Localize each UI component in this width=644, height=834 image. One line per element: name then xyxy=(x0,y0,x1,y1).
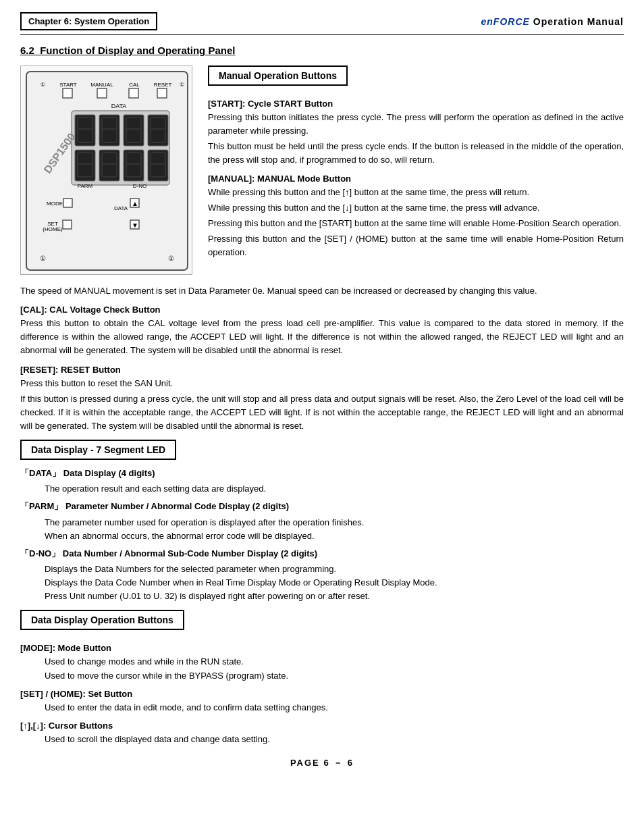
data-4digit-heading: 「DATA」 Data Display (4 digits) xyxy=(20,467,624,480)
svg-text:CAL: CAL xyxy=(129,82,140,88)
dno-section: 「D-NO」 Data Number / Abnormal Sub-Code N… xyxy=(20,547,624,604)
svg-text:①: ① xyxy=(40,255,46,262)
brand-manual: enFORCE Operation Manual xyxy=(481,16,624,27)
manual-buttons-col: Manual Operation Buttons [START]: Cycle … xyxy=(208,66,624,275)
mode-p1: Used to change modes and while in the RU… xyxy=(45,655,624,669)
dno-p1: Displays the Data Numbers for the select… xyxy=(45,563,624,576)
manual-label: Operation Manual xyxy=(530,16,624,27)
data-display-op-heading: Data Display Operation Buttons xyxy=(20,610,184,630)
svg-text:MODE: MODE xyxy=(47,201,63,207)
start-p1: Pressing this button initiates the press… xyxy=(208,111,624,138)
svg-rect-10 xyxy=(157,88,167,98)
svg-rect-81 xyxy=(63,199,72,207)
dno-p2: Displays the Data Code Number when in Re… xyxy=(45,576,624,590)
svg-text:(HOME): (HOME) xyxy=(43,226,63,232)
panel-diagram: ① START MANUAL CAL RESET ① DATA xyxy=(20,66,192,275)
reset-section: [RESET]: RESET Button Press this button … xyxy=(20,365,624,434)
manual-p4: Pressing this button and the [SET] / (HO… xyxy=(208,232,624,259)
cursor-section: [↑],[↓]: Cursor Buttons Used to scroll t… xyxy=(20,721,624,746)
brand-name: enFORCE xyxy=(481,16,530,27)
manual-heading: [MANUAL]: MANUAL Mode Button xyxy=(208,174,624,184)
parm-p2: When an abnormal occurs, the abnormal er… xyxy=(45,529,624,543)
reset-heading: [RESET]: RESET Button xyxy=(20,365,624,375)
manual-p1: While pressing this button and the [↑] b… xyxy=(208,186,624,199)
manual-speed-text: The speed of MANUAL movement is set in D… xyxy=(20,284,624,298)
reset-p1: Press this button to reset the SAN Unit. xyxy=(20,377,624,390)
cal-heading: [CAL]: CAL Voltage Check Button xyxy=(20,305,624,315)
section-title: 6.2 Function of Display and Operating Pa… xyxy=(20,45,624,56)
svg-text:①: ① xyxy=(168,255,174,262)
panel-diagram-col: ① START MANUAL CAL RESET ① DATA xyxy=(20,66,196,275)
two-column-layout: ① START MANUAL CAL RESET ① DATA xyxy=(20,66,624,275)
manual-speed-section: The speed of MANUAL movement is set in D… xyxy=(20,284,624,298)
svg-text:▲: ▲ xyxy=(132,200,138,207)
page-header: Chapter 6: System Operation enFORCE Oper… xyxy=(20,12,624,35)
parm-section: 「PARM」 Parameter Number / Abnormal Code … xyxy=(20,500,624,542)
segment-led-heading: Data Display - 7 Segment LED xyxy=(20,440,176,460)
mode-p2: Used to move the cursor while in the BYP… xyxy=(45,669,624,683)
svg-rect-9 xyxy=(129,88,138,98)
parm-p1: The parameter number used for operation … xyxy=(45,516,624,529)
svg-text:D-NO: D-NO xyxy=(133,183,146,189)
segment-led-section: Data Display - 7 Segment LED 「DATA」 Data… xyxy=(20,440,624,603)
mode-section: [MODE]: Mode Button Used to change modes… xyxy=(20,643,624,682)
manual-p3: Pressing this button and the [START] but… xyxy=(208,217,624,230)
start-heading: [START]: Cycle START Button xyxy=(208,99,624,109)
mode-heading: [MODE]: Mode Button xyxy=(20,643,624,653)
svg-text:START: START xyxy=(59,82,77,88)
svg-text:▼: ▼ xyxy=(132,221,138,229)
manual-buttons-box-heading: Manual Operation Buttons xyxy=(208,66,348,86)
page-footer: PAGE 6 － 6 xyxy=(20,757,624,769)
svg-rect-8 xyxy=(97,88,107,98)
svg-rect-7 xyxy=(63,88,72,98)
cal-text: Press this button to obtain the CAL volt… xyxy=(20,317,624,357)
svg-text:PARM: PARM xyxy=(78,183,93,189)
svg-text:DATA: DATA xyxy=(111,103,127,109)
svg-text:MANUAL: MANUAL xyxy=(90,82,113,88)
chapter-label: Chapter 6: System Operation xyxy=(20,12,157,30)
cursor-heading: [↑],[↓]: Cursor Buttons xyxy=(20,721,624,731)
dno-heading: 「D-NO」 Data Number / Abnormal Sub-Code N… xyxy=(20,547,624,561)
parm-heading: 「PARM」 Parameter Number / Abnormal Code … xyxy=(20,500,624,513)
data-4digit-text: The operation result and each setting da… xyxy=(45,482,624,496)
set-heading: [SET] / (HOME): Set Button xyxy=(20,689,624,699)
set-text: Used to enter the data in edit mode, and… xyxy=(45,701,624,714)
svg-text:RESET: RESET xyxy=(154,82,172,88)
cursor-text: Used to scroll the displayed data and ch… xyxy=(45,733,624,746)
start-p2: This button must be held until the press… xyxy=(208,140,624,167)
cal-section: [CAL]: CAL Voltage Check Button Press th… xyxy=(20,305,624,357)
panel-svg: ① START MANUAL CAL RESET ① DATA xyxy=(21,66,192,275)
manual-p2: While pressing this button and the [↓] b… xyxy=(208,201,624,215)
dno-p3: Press Unit number (U.01 to U. 32) is dis… xyxy=(45,590,624,603)
reset-p2: If this button is pressed during a press… xyxy=(20,392,624,433)
svg-text:①: ① xyxy=(180,82,184,88)
svg-text:DATA: DATA xyxy=(114,205,128,211)
data-4digit-section: 「DATA」 Data Display (4 digits) The opera… xyxy=(20,467,624,496)
data-display-op-section: Data Display Operation Buttons [MODE]: M… xyxy=(20,610,624,746)
svg-text:①: ① xyxy=(41,82,45,88)
svg-rect-87 xyxy=(63,220,72,229)
set-section: [SET] / (HOME): Set Button Used to enter… xyxy=(20,689,624,714)
